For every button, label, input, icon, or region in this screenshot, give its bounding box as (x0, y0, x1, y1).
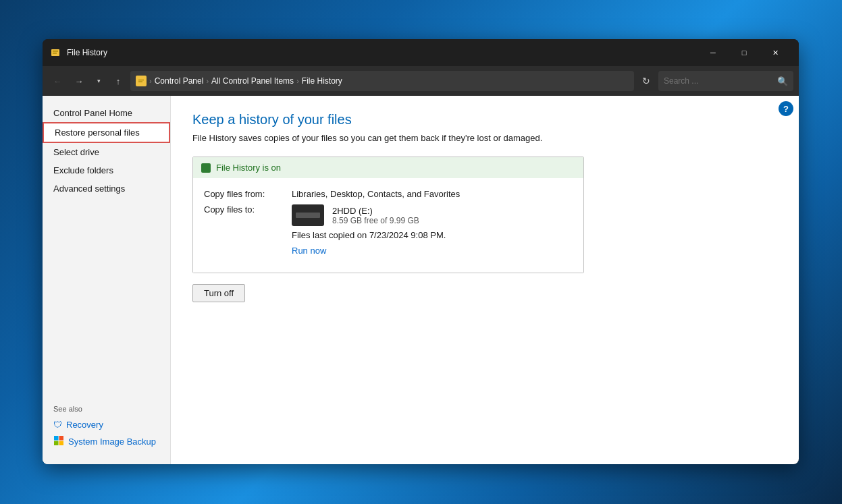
sidebar-spacer (43, 198, 170, 399)
drive-info: 2HDD (E:) 8.59 GB free of 9.99 GB (332, 206, 419, 225)
see-also-label-system-image-backup: System Image Backup (68, 437, 156, 447)
drive-size: 8.59 GB free of 9.99 GB (332, 216, 419, 225)
copy-from-label: Copy files from: (204, 189, 292, 199)
see-also-item-system-image-backup[interactable]: System Image Backup (53, 432, 159, 451)
search-input[interactable] (664, 76, 774, 86)
page-title: Keep a history of your files (192, 112, 777, 128)
windows-icon (53, 435, 64, 448)
status-body: Copy files from: Libraries, Desktop, Con… (193, 178, 583, 273)
svg-rect-9 (59, 441, 64, 446)
main-content: ? Keep a history of your files File Hist… (171, 96, 799, 464)
svg-rect-8 (54, 441, 59, 446)
minimize-button[interactable]: ─ (698, 42, 729, 63)
title-bar: File History ─ □ ✕ (43, 39, 799, 66)
copy-from-row: Copy files from: Libraries, Desktop, Con… (204, 189, 573, 199)
svg-rect-2 (53, 53, 57, 54)
breadcrumb-sep-1: › (149, 77, 152, 85)
drive-row: 2HDD (E:) 8.59 GB free of 9.99 GB (292, 204, 446, 226)
breadcrumb-sep-2: › (206, 77, 209, 85)
drive-icon (292, 204, 324, 226)
window-title: File History (67, 48, 698, 57)
window-controls: ─ □ ✕ (698, 42, 791, 63)
maximize-button[interactable]: □ (729, 42, 760, 63)
svg-rect-3 (137, 77, 145, 85)
close-button[interactable]: ✕ (760, 42, 791, 63)
see-also-label: See also (53, 405, 159, 413)
sidebar: Control Panel Home Restore personal file… (43, 96, 171, 464)
refresh-button[interactable]: ↻ (637, 72, 656, 90)
files-copied-text: Files last copied on 7/23/2024 9:08 PM. (292, 230, 446, 240)
copy-to-row: Copy files to: 2HDD (E:) 8.59 GB free of… (204, 204, 573, 256)
breadcrumb-all-items[interactable]: All Control Panel Items (211, 76, 294, 86)
status-box: File History is on Copy files from: Libr… (192, 157, 584, 273)
breadcrumb-sep-3: › (296, 77, 299, 85)
sidebar-item-advanced-settings[interactable]: Advanced settings (43, 179, 170, 198)
status-text: File History is on (216, 163, 281, 173)
history-dropdown-button[interactable]: ▾ (91, 72, 106, 90)
svg-rect-4 (138, 80, 144, 80)
up-button[interactable]: ↑ (109, 72, 128, 90)
turn-off-button[interactable]: Turn off (192, 284, 245, 302)
forward-button[interactable]: → (70, 72, 88, 90)
page-description: File History saves copies of your files … (192, 133, 777, 143)
window-body: Control Panel Home Restore personal file… (43, 96, 799, 464)
search-box: 🔍 (658, 71, 793, 91)
sidebar-item-select-drive[interactable]: Select drive (43, 143, 170, 161)
sidebar-label-control-panel-home: Control Panel Home (53, 108, 132, 118)
svg-rect-1 (53, 51, 58, 52)
address-bar: ← → ▾ ↑ › Control Panel › All Control Pa… (43, 66, 799, 96)
search-icon[interactable]: 🔍 (777, 76, 788, 86)
drive-name: 2HDD (E:) (332, 206, 419, 216)
breadcrumb: › Control Panel › All Control Panel Item… (130, 71, 634, 91)
sidebar-item-control-panel-home[interactable]: Control Panel Home (43, 104, 170, 122)
status-header: File History is on (193, 157, 583, 178)
see-also-section: See also 🛡 Recovery System Image B (43, 399, 170, 456)
copy-from-value: Libraries, Desktop, Contacts, and Favori… (292, 189, 460, 199)
main-window: File History ─ □ ✕ ← → ▾ ↑ › Control Pan… (43, 39, 799, 464)
help-button[interactable]: ? (779, 101, 793, 116)
recovery-icon: 🛡 (53, 420, 62, 430)
sidebar-item-restore-personal-files[interactable]: Restore personal files (43, 122, 170, 143)
sidebar-label-exclude-folders: Exclude folders (53, 165, 113, 175)
breadcrumb-control-panel[interactable]: Control Panel (155, 76, 204, 86)
svg-rect-7 (59, 436, 64, 441)
sidebar-label-advanced-settings: Advanced settings (53, 184, 125, 194)
breadcrumb-file-history[interactable]: File History (302, 76, 342, 86)
copy-to-label: Copy files to: (204, 204, 292, 215)
back-button[interactable]: ← (48, 72, 67, 90)
see-also-item-recovery[interactable]: 🛡 Recovery (53, 417, 159, 432)
copy-to-value: 2HDD (E:) 8.59 GB free of 9.99 GB Files … (292, 204, 446, 256)
see-also-label-recovery: Recovery (66, 420, 103, 430)
breadcrumb-icon (136, 76, 147, 86)
svg-rect-6 (54, 436, 59, 441)
svg-rect-5 (138, 82, 142, 82)
sidebar-label-restore-personal-files: Restore personal files (55, 128, 140, 138)
run-now-link[interactable]: Run now (292, 246, 326, 256)
sidebar-item-exclude-folders[interactable]: Exclude folders (43, 161, 170, 179)
app-icon (51, 47, 61, 58)
status-indicator (201, 163, 211, 173)
sidebar-label-select-drive: Select drive (53, 147, 99, 157)
